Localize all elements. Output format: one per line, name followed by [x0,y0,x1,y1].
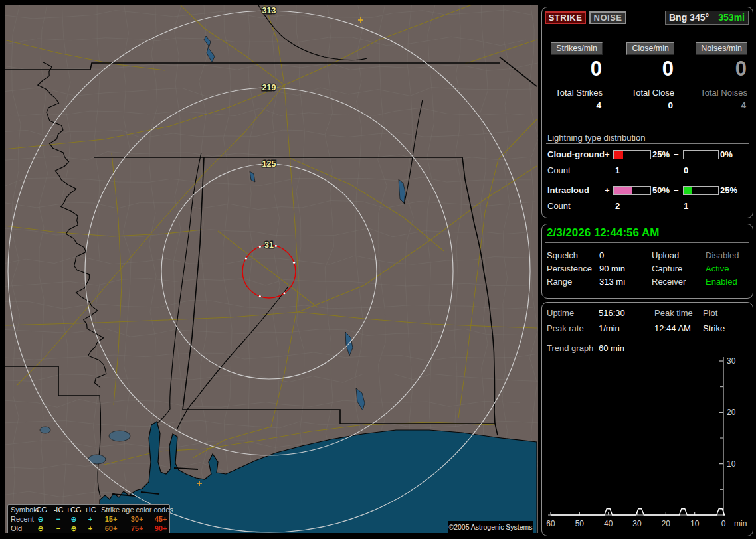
copyright-label: ©2005 Astrogenic Systems [448,521,533,533]
legend-age-header: Strike age color codes [101,506,173,514]
cg-minus-pct: 0% [720,149,733,159]
capture-value: Active [706,264,729,273]
noises-per-min-value: 0 [686,57,748,81]
strikes-per-min-value: 0 [542,57,603,81]
strike-counter-panel: STRIKE NOISE Bng 345° 353mi Strikes/min … [541,7,753,218]
noise-alarm-button[interactable]: NOISE [589,11,626,24]
legend-col-neg-cg: -CG [33,506,48,514]
nexstorm-window: 31321912531 Symbols -CG -IC +CG +IC Stri… [0,0,756,539]
cg-plus-pct: 25% [652,149,670,159]
total-strikes-label: Total Strikes [542,88,603,98]
neg-cg-recent-icon: ⊖ [33,515,48,524]
pos-ic-recent-icon: + [82,515,98,524]
ic-minus-count: 1 [684,201,688,211]
ring-label-31: 31 [264,240,274,250]
y-tick-20: 20 [727,408,736,417]
ic-minus-pct: 25% [720,185,737,195]
x-tick-10: 10 [690,519,700,528]
receiver-value: Enabled [706,277,737,287]
upload-value: Disabled [706,250,739,260]
cg-plus-bar [613,150,651,159]
total-close-label: Total Close [613,88,675,98]
ic-plus-sign: + [605,185,610,195]
cg-plus-sign: + [605,149,610,159]
distribution-divider [546,143,749,144]
pos-ic-old-icon: + [82,524,98,533]
squelch-value: 0 [599,250,604,260]
pos-cg-recent-icon: ⊕ [65,515,82,524]
squelch-label: Squelch [547,250,578,260]
trend-series-strike [551,509,725,515]
status-panel: 2/3/2026 12:44:56 AM Squelch 0 Persisten… [541,224,753,299]
age-15-label: 15+ [101,515,121,524]
ring-label-313: 313 [262,6,276,15]
cloud-ground-label: Cloud-ground [547,149,605,159]
age-30-label: 30+ [127,515,147,524]
strikes-per-min-button[interactable]: Strikes/min [551,42,603,55]
total-noises-value: 4 [686,100,748,110]
range-value: 313 mi [599,277,625,287]
cg-minus-bar [683,150,719,159]
x-axis-unit: min [734,519,747,528]
strike-alarm-button[interactable]: STRIKE [545,11,586,24]
neg-cg-old-icon: ⊖ [33,524,48,533]
legend-row-recent-label: Recent [11,515,34,524]
ic-count-label: Count [547,201,571,211]
ic-plus-bar [613,186,651,195]
bearing-label: Bng 345° [669,11,709,24]
map-canvas: 31321912531 [5,5,538,533]
datetime-display: 2/3/2026 12:44:56 AM [547,226,659,240]
legend-col-neg-ic: -IC [50,506,66,514]
neg-ic-old-icon: − [50,524,66,533]
legend-row-old-label: Old [11,524,22,533]
age-90-label: 90+ [151,524,171,533]
persistence-label: Persistence [547,264,592,273]
pos-cg-old-icon: ⊕ [65,524,82,533]
capture-label: Capture [652,264,682,273]
trend-graph: 3020106050403020100min [542,303,751,534]
legend-col-pos-ic: +IC [82,506,98,514]
map-view[interactable]: 31321912531 Symbols -CG -IC +CG +IC Stri… [5,5,538,533]
y-tick-30: 30 [727,356,736,366]
ring-label-219: 219 [262,83,276,92]
cg-minus-sign: − [674,149,679,159]
distribution-title: Lightning type distribution [547,133,645,143]
age-45-label: 45+ [151,515,171,524]
close-per-min-value: 0 [613,57,675,81]
ic-plus-count: 2 [615,201,620,211]
ic-plus-pct: 50% [652,185,670,195]
x-tick-50: 50 [575,519,585,528]
map-legend: Symbols -CG -IC +CG +IC Strike age color… [7,504,170,533]
trend-panel: Uptime 516:30 Peak time Plot Peak rate 1… [541,302,753,536]
total-close-value: 0 [613,100,675,110]
cg-count-label: Count [547,165,571,175]
total-strikes-value: 4 [542,100,603,110]
clock-divider [545,242,749,243]
bearing-readout: Bng 345° 353mi [665,11,749,25]
noises-per-min-button[interactable]: Noises/min [696,42,747,55]
x-tick-0: 0 [721,519,726,528]
y-tick-10: 10 [727,459,736,469]
intracloud-label: Intracloud [547,185,589,195]
persistence-value: 90 min [599,264,625,273]
ic-minus-bar [683,186,719,195]
total-noises-label: Total Noises [686,88,748,98]
age-75-label: 75+ [127,524,147,533]
range-label: Range [547,277,572,287]
cg-plus-count: 1 [615,165,620,175]
x-tick-20: 20 [662,519,671,528]
bearing-distance: 353mi [718,11,745,24]
upload-label: Upload [652,250,679,260]
x-tick-40: 40 [604,519,613,528]
ring-label-125: 125 [262,159,276,169]
neg-ic-recent-icon: − [50,515,66,524]
legend-col-pos-cg: +CG [65,506,82,514]
ic-minus-sign: − [674,185,679,195]
age-60-label: 60+ [101,524,121,533]
cg-minus-count: 0 [684,165,688,175]
close-per-min-button[interactable]: Close/min [626,42,674,55]
x-tick-60: 60 [546,519,555,528]
x-tick-30: 30 [632,519,642,528]
receiver-label: Receiver [652,277,686,287]
